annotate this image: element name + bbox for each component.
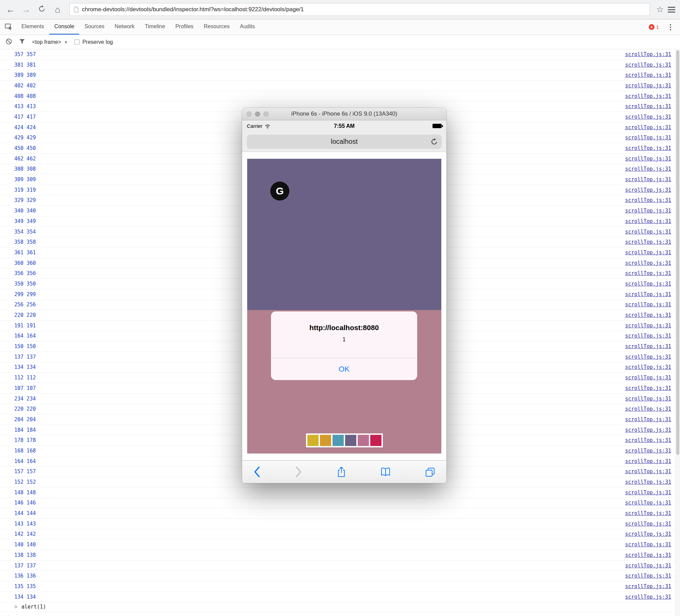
- simulator-titlebar[interactable]: iPhone 6s - iPhone 6s / iOS 9.0 (13A340): [242, 108, 446, 120]
- source-link[interactable]: scrollTop.js:31: [625, 375, 671, 381]
- source-link[interactable]: scrollTop.js:31: [625, 385, 671, 391]
- source-link[interactable]: scrollTop.js:31: [625, 229, 671, 235]
- source-link[interactable]: scrollTop.js:31: [625, 291, 671, 297]
- source-link[interactable]: scrollTop.js:31: [625, 427, 671, 433]
- source-link[interactable]: scrollTop.js:31: [625, 208, 671, 214]
- source-link[interactable]: scrollTop.js:31: [625, 281, 671, 287]
- safari-address-field[interactable]: localhost: [247, 135, 442, 149]
- scrollbar-thumb[interactable]: [676, 50, 679, 455]
- source-link[interactable]: scrollTop.js:31: [625, 552, 671, 558]
- console-row: 135 135scrollTop.js:31: [0, 581, 680, 592]
- source-link[interactable]: scrollTop.js:31: [625, 531, 671, 537]
- source-link[interactable]: scrollTop.js:31: [625, 145, 671, 151]
- forward-chevron-icon: [294, 466, 303, 478]
- source-link[interactable]: scrollTop.js:31: [625, 396, 671, 402]
- wifi-icon: [265, 124, 271, 129]
- bookmark-star-icon[interactable]: ☆: [656, 5, 664, 14]
- log-values: 358 358: [14, 239, 36, 245]
- source-link[interactable]: scrollTop.js:31: [625, 448, 671, 454]
- color-swatch: [358, 435, 369, 446]
- source-link[interactable]: scrollTop.js:31: [625, 114, 671, 120]
- minimize-window-icon[interactable]: [255, 112, 260, 117]
- source-link[interactable]: scrollTop.js:31: [625, 437, 671, 443]
- tab-timeline[interactable]: Timeline: [140, 19, 170, 35]
- source-link[interactable]: scrollTop.js:31: [625, 260, 671, 266]
- preserve-log-checkbox[interactable]: [74, 39, 80, 45]
- source-link[interactable]: scrollTop.js:31: [625, 563, 671, 569]
- source-link[interactable]: scrollTop.js:31: [625, 270, 671, 276]
- safari-tabs-button[interactable]: [425, 467, 436, 477]
- tab-sources[interactable]: Sources: [79, 19, 109, 35]
- error-badge[interactable]: × 1: [649, 24, 659, 30]
- avatar[interactable]: G: [270, 182, 289, 201]
- source-link[interactable]: scrollTop.js:31: [625, 103, 671, 109]
- source-link[interactable]: scrollTop.js:31: [625, 83, 671, 89]
- zoom-window-icon[interactable]: [264, 112, 269, 117]
- inspect-element-button[interactable]: [5, 23, 13, 31]
- source-link[interactable]: scrollTop.js:31: [625, 250, 671, 256]
- source-link[interactable]: scrollTop.js:31: [625, 62, 671, 68]
- source-link[interactable]: scrollTop.js:31: [625, 156, 671, 162]
- back-button[interactable]: ←: [5, 5, 16, 14]
- source-link[interactable]: scrollTop.js:31: [625, 51, 671, 57]
- console-prompt[interactable]: >: [0, 612, 680, 616]
- source-link[interactable]: scrollTop.js:31: [625, 218, 671, 224]
- source-link[interactable]: scrollTop.js:31: [625, 490, 671, 496]
- source-link[interactable]: scrollTop.js:31: [625, 594, 671, 600]
- close-window-icon[interactable]: [247, 112, 252, 117]
- source-link[interactable]: scrollTop.js:31: [625, 521, 671, 527]
- source-link[interactable]: scrollTop.js:31: [625, 124, 671, 131]
- tab-elements[interactable]: Elements: [16, 19, 49, 35]
- source-link[interactable]: scrollTop.js:31: [625, 302, 671, 308]
- source-link[interactable]: scrollTop.js:31: [625, 354, 671, 360]
- window-controls[interactable]: [247, 108, 269, 120]
- frame-selector[interactable]: <top frame> ▼: [32, 39, 68, 45]
- clear-console-button[interactable]: [5, 38, 12, 46]
- home-button[interactable]: ⌂: [52, 5, 63, 14]
- source-link[interactable]: scrollTop.js:31: [625, 479, 671, 485]
- source-link[interactable]: scrollTop.js:31: [625, 312, 671, 318]
- source-link[interactable]: scrollTop.js:31: [625, 72, 671, 78]
- address-bar[interactable]: chrome-devtools://devtools/bundled/inspe…: [69, 3, 650, 16]
- menu-icon[interactable]: [668, 7, 675, 13]
- source-link[interactable]: scrollTop.js:31: [625, 187, 671, 193]
- safari-bookmarks-button[interactable]: [380, 467, 391, 477]
- source-link[interactable]: scrollTop.js:31: [625, 197, 671, 203]
- source-link[interactable]: scrollTop.js:31: [625, 416, 671, 423]
- source-link[interactable]: scrollTop.js:31: [625, 406, 671, 412]
- source-link[interactable]: scrollTop.js:31: [625, 239, 671, 245]
- console-row: 389 389scrollTop.js:31: [0, 70, 680, 81]
- preserve-log-option[interactable]: Preserve log: [74, 39, 113, 45]
- source-link[interactable]: scrollTop.js:31: [625, 176, 671, 183]
- source-link[interactable]: scrollTop.js:31: [625, 135, 671, 141]
- tab-profiles[interactable]: Profiles: [170, 19, 199, 35]
- safari-share-button[interactable]: [336, 466, 346, 478]
- source-link[interactable]: scrollTop.js:31: [625, 343, 671, 349]
- source-link[interactable]: scrollTop.js:31: [625, 542, 671, 548]
- tab-resources[interactable]: Resources: [199, 19, 235, 35]
- filter-button[interactable]: [19, 38, 25, 46]
- source-link[interactable]: scrollTop.js:31: [625, 500, 671, 506]
- scrollbar[interactable]: [675, 50, 680, 616]
- source-link[interactable]: scrollTop.js:31: [625, 333, 671, 339]
- kebab-menu-icon[interactable]: [666, 24, 675, 30]
- source-link[interactable]: scrollTop.js:31: [625, 323, 671, 329]
- safari-reload-button[interactable]: [430, 135, 438, 149]
- source-link[interactable]: scrollTop.js:31: [625, 468, 671, 475]
- alert-ok-button[interactable]: OK: [271, 358, 417, 380]
- forward-button[interactable]: →: [20, 5, 32, 14]
- source-link[interactable]: scrollTop.js:31: [625, 583, 671, 589]
- reload-button[interactable]: [36, 5, 48, 14]
- tab-audits[interactable]: Audits: [235, 19, 260, 35]
- source-link[interactable]: scrollTop.js:31: [625, 510, 671, 516]
- tab-network[interactable]: Network: [109, 19, 140, 35]
- tab-console[interactable]: Console: [49, 19, 80, 35]
- safari-forward-button[interactable]: [294, 466, 303, 478]
- command-text: alert(1): [21, 604, 46, 610]
- source-link[interactable]: scrollTop.js:31: [625, 166, 671, 172]
- source-link[interactable]: scrollTop.js:31: [625, 364, 671, 370]
- safari-back-button[interactable]: [253, 466, 261, 478]
- source-link[interactable]: scrollTop.js:31: [625, 458, 671, 464]
- source-link[interactable]: scrollTop.js:31: [625, 93, 671, 99]
- source-link[interactable]: scrollTop.js:31: [625, 573, 671, 579]
